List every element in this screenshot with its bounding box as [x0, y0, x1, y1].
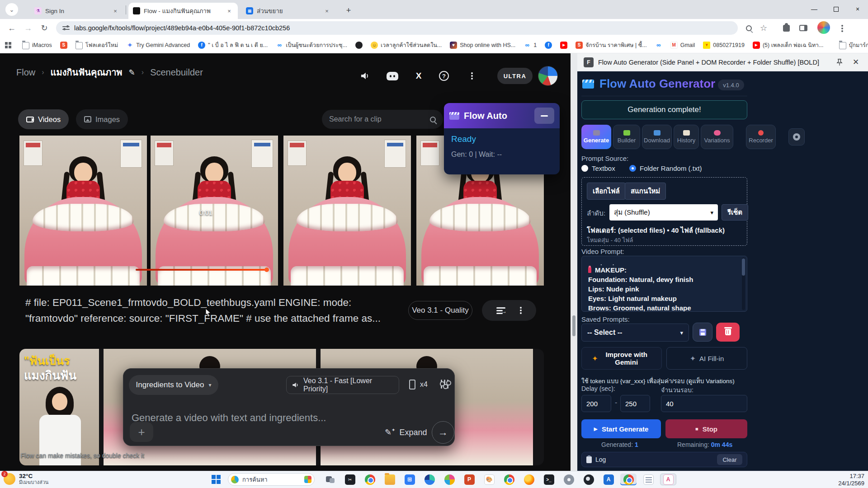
panel-tab-download[interactable]: Download: [642, 125, 672, 149]
close-tab-icon[interactable]: ×: [323, 7, 331, 15]
taskbar-clock[interactable]: 17:37 24/1/2569: [830, 473, 864, 487]
panel-tab-history[interactable]: History: [674, 125, 699, 149]
audio-toggle-button[interactable]: [357, 68, 373, 84]
discord-button[interactable]: [384, 68, 401, 84]
panel-tab-generate[interactable]: Generate: [581, 125, 611, 149]
bookmark-imacros[interactable]: iMacros: [19, 40, 55, 51]
aspect-ratio-icon[interactable]: [409, 380, 415, 389]
close-tab-icon[interactable]: ×: [111, 7, 119, 15]
project-title[interactable]: แมงกินฟันคุณภาพ: [51, 65, 123, 80]
more-options-button[interactable]: [464, 68, 480, 84]
clear-log-button[interactable]: Clear: [717, 454, 742, 465]
model-quality-badge[interactable]: Veo 3.1 - Quality: [408, 301, 472, 320]
delete-prompt-button[interactable]: [716, 323, 740, 342]
taskbar-icon-powerpoint[interactable]: P: [461, 474, 477, 485]
browser-profile-avatar[interactable]: [817, 21, 830, 34]
side-panel-close-icon[interactable]: ✕: [850, 57, 862, 67]
taskbar-icon-firefox[interactable]: [521, 474, 537, 485]
taskbar-icon-chrome-active[interactable]: [620, 474, 637, 485]
edit-title-icon[interactable]: ✎: [129, 68, 135, 77]
taskbar-icon-task-view[interactable]: [322, 474, 338, 485]
bookmark-meta-2[interactable]: ∞1: [520, 40, 540, 50]
pin-icon[interactable]: [834, 59, 845, 66]
browser-menu-kebab-icon[interactable]: [836, 23, 848, 34]
panel-tab-recorder[interactable]: Recorder: [746, 125, 776, 149]
expand-button[interactable]: ✎✦ Expand: [385, 427, 427, 437]
widget-header[interactable]: Flow Auto: [444, 103, 560, 128]
browser-tab-extensions[interactable]: ▦ ส่วนขยาย ×: [241, 3, 335, 19]
taskbar-icon-settings[interactable]: [561, 474, 577, 485]
improve-with-gemini-button[interactable]: ✦ Improve with Gemini: [581, 347, 662, 370]
lens-search-icon[interactable]: [743, 22, 755, 34]
tab-videos[interactable]: Videos: [18, 109, 69, 129]
bookmark-gemini[interactable]: ✦Try Gemini Advanced: [123, 40, 193, 50]
clip-menu-kebab-icon[interactable]: [520, 307, 522, 314]
start-generate-button[interactable]: ▶ Start Generate: [581, 419, 661, 438]
x-social-button[interactable]: X: [410, 68, 427, 84]
new-tab-button[interactable]: +: [343, 5, 354, 16]
taskbar-icon-capcut-active[interactable]: A: [660, 474, 676, 485]
output-count[interactable]: x4: [420, 380, 428, 389]
taskbar-icon-terminal[interactable]: >_: [541, 474, 557, 485]
bookmark-shopee[interactable]: S: [57, 40, 71, 50]
window-close-button[interactable]: ×: [847, 0, 868, 18]
bookmark-new-folder[interactable]: โฟลเดอร์ใหม่: [72, 39, 121, 51]
taskbar-icon-edge[interactable]: [421, 474, 438, 485]
saved-prompts-select[interactable]: -- Select -- ▾: [581, 324, 689, 342]
bookmark-globe[interactable]: [352, 40, 366, 50]
address-bar[interactable]: labs.google/fx/tools/flow/project/489eb9…: [56, 21, 738, 35]
window-maximize-button[interactable]: [826, 0, 846, 18]
settings-sliders-icon[interactable]: [440, 380, 449, 389]
generate-arrow-button[interactable]: →: [432, 421, 454, 444]
bookmark-facebook-2[interactable]: f: [542, 40, 555, 50]
bookmark-star-icon[interactable]: [758, 22, 769, 34]
choose-file-button[interactable]: เลือกไฟล์: [587, 183, 626, 200]
window-minimize-button[interactable]: —: [804, 0, 825, 18]
taskbar-icon-chrome-1[interactable]: [362, 474, 378, 485]
bookmark-meta-1[interactable]: ∞เป็นผู้ชนะด้วยการประชุ...: [273, 39, 350, 51]
playback-progress-bar[interactable]: [136, 269, 267, 271]
tune-icon[interactable]: [62, 25, 70, 31]
taskbar-search[interactable]: การค้นหา: [228, 473, 315, 486]
all-bookmarks-folder[interactable]: บุ๊กมาร์กทั้งหมด: [836, 39, 868, 51]
log-bar[interactable]: Log Clear: [581, 452, 747, 467]
delay-min-input[interactable]: 200: [581, 395, 611, 412]
browser-tab-signin[interactable]: ⚗ Sign In ×: [30, 3, 124, 19]
panel-tab-variations[interactable]: Variations: [701, 125, 733, 149]
bookmark-gmail[interactable]: MGmail: [667, 40, 698, 50]
textarea-scrollbar[interactable]: [742, 258, 745, 310]
clip-search-input[interactable]: Search for a clip: [322, 110, 443, 129]
shuffle-order-select[interactable]: สุ่ม (Shuffle) ▾: [609, 204, 718, 221]
bookmark-discount[interactable]: ☺เวลาลูกค้าใช้ส่วนลดใน...: [368, 39, 445, 51]
taskbar-icon-app-blue[interactable]: A: [600, 474, 617, 485]
bookmark-facebook-1[interactable]: f" เ บื่ อ ไ ล ฟี ด น เ ดี ย...: [195, 39, 271, 51]
add-ingredient-button[interactable]: +: [130, 422, 153, 442]
bookmark-phone[interactable]: Y0850271919: [700, 40, 748, 50]
taskbar-icon-snipping[interactable]: ✂: [342, 474, 358, 485]
mode-selector-dropdown[interactable]: Ingredients to Video ▾: [129, 375, 218, 395]
taskbar-icon-store[interactable]: ⊞: [401, 474, 418, 485]
delay-max-input[interactable]: 250: [620, 395, 650, 412]
flow-user-avatar[interactable]: [538, 66, 558, 86]
breadcrumb-root[interactable]: Flow: [16, 67, 35, 78]
browser-tab-flow[interactable]: Flow - แมงกินฟันคุณภาพ ×: [128, 3, 238, 19]
radio-folder-random[interactable]: Folder Random (.txt): [629, 164, 702, 172]
tab-images[interactable]: Images: [76, 109, 128, 129]
taskbar-icon-obs[interactable]: [580, 474, 597, 485]
video-thumbnail-2[interactable]: 0:01: [151, 136, 278, 286]
apps-grid-icon[interactable]: [5, 42, 12, 49]
page-scrollbar[interactable]: [572, 315, 576, 336]
widget-minimize-button[interactable]: [534, 108, 554, 124]
bookmark-youtube-2[interactable]: ▶(5) เพลงเด็ก พ่อเฉ นิทา...: [750, 39, 827, 51]
taskbar-icon-chrome-2[interactable]: [501, 474, 517, 485]
tab-search-button[interactable]: ⌄: [5, 3, 18, 16]
prompt-input[interactable]: Generate a video with text and ingredien…: [132, 412, 326, 424]
save-prompt-button[interactable]: [693, 323, 712, 342]
stop-button[interactable]: ■ Stop: [665, 419, 747, 438]
reset-button[interactable]: รีเซ็ต: [722, 204, 748, 221]
forward-icon[interactable]: →: [22, 22, 34, 34]
radio-textbox[interactable]: Textbox: [581, 164, 615, 172]
rounds-input[interactable]: 40: [661, 395, 747, 412]
add-to-scene-icon[interactable]: [496, 307, 505, 314]
rescan-button[interactable]: สแกนใหม่: [625, 183, 666, 200]
